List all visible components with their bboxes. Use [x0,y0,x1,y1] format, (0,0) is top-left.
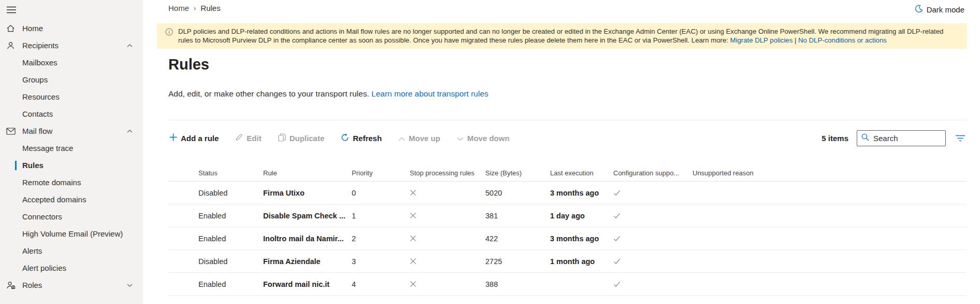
sidebar-item-recipients[interactable]: Recipients [0,37,143,54]
rule-last-execution: 3 months ago [550,189,613,197]
chevron-up-icon [127,129,133,133]
search-input[interactable] [873,134,935,143]
x-mark-icon [410,281,485,287]
rule-size: 388 [485,280,550,288]
breadcrumb-current: Rules [200,4,220,12]
column-header-rule[interactable]: Rule [263,169,352,177]
x-mark-icon [410,235,485,242]
duplicate-button[interactable]: Duplicate [277,131,326,145]
x-mark-icon [410,189,485,196]
column-header-size[interactable]: Size (Bytes) [485,169,550,177]
check-mark-icon [613,281,693,287]
column-header-priority[interactable]: Priority [352,169,410,177]
add-a-rule-button[interactable]: Add a rule [168,131,220,145]
chevron-up-icon [127,44,133,47]
column-header-unsupported-reason[interactable]: Unsupported reason [693,169,967,177]
table-header-row: Status Rule Priority Stop processing rul… [168,165,967,182]
rule-status: Disabled [198,257,263,266]
rule-name[interactable]: Firma Aziendale [263,257,352,266]
x-mark-icon [410,258,485,265]
banner-link-migrate-dlp[interactable]: Migrate DLP policies [730,36,793,44]
sidebar-item-home[interactable]: Home [0,20,143,37]
check-mark-icon [613,213,693,219]
dlp-warning-banner: DLP policies and DLP-related conditions … [157,23,967,49]
table-row[interactable]: Disabled Firma Aziendale 3 2725 1 month … [168,250,967,273]
column-header-status[interactable]: Status [198,169,263,177]
content-divider [168,120,967,120]
rule-status: Disabled [198,189,263,197]
filter-icon[interactable] [954,134,967,143]
sidebar-item-message-trace[interactable]: Message trace [0,140,143,157]
items-count: 5 items [822,134,848,143]
rule-priority: 1 [352,212,410,220]
sidebar-item-high-volume-email[interactable]: High Volume Email (Preview) [0,225,143,242]
rule-size: 5020 [485,189,550,197]
search-box[interactable] [857,130,946,146]
sidebar-item-accepted-domains[interactable]: Accepted domains [0,191,143,208]
sidebar-item-contacts[interactable]: Contacts [0,105,143,122]
hamburger-menu-icon[interactable] [0,0,143,20]
rule-status: Enabled [198,280,263,288]
edit-button[interactable]: Edit [234,131,262,145]
rule-priority: 0 [352,189,410,197]
check-mark-icon [613,190,693,196]
toolbar-right: 5 items [822,130,967,146]
table-row[interactable]: Enabled Disable Spam Check ... 1 381 1 d… [168,204,967,227]
roles-person-badge-icon [6,281,16,289]
dark-mode-toggle[interactable]: Dark mode [915,5,964,15]
check-mark-icon [613,258,693,265]
rule-name[interactable]: Disable Spam Check ... [263,212,352,220]
sidebar-item-roles[interactable]: Roles [0,277,143,294]
table-row[interactable]: Enabled Forward mail nic.it 4 388 [168,273,967,296]
move-up-button[interactable]: Move up [397,132,441,145]
sidebar-item-mail-flow[interactable]: Mail flow [0,122,143,140]
x-mark-icon [410,212,485,219]
sidebar-item-alerts[interactable]: Alerts [0,242,143,259]
sidebar: Home Recipients Mailboxes Groups Resourc… [0,0,143,304]
sidebar-item-remote-domains[interactable]: Remote domains [0,174,143,191]
rule-size: 2725 [485,257,550,266]
sidebar-item-connectors[interactable]: Connectors [0,208,143,225]
rule-last-execution: 1 day ago [550,212,613,220]
copy-icon [278,133,286,143]
banner-link-no-dlp-conditions[interactable]: No DLP-conditions or actions [798,36,887,44]
refresh-button[interactable]: Refresh [340,131,383,145]
info-icon [165,28,173,45]
column-header-stop-processing[interactable]: Stop processing rules [410,169,485,177]
breadcrumb-separator: › [194,4,196,12]
table-row[interactable]: Enabled Inoltro mail da Namir... 2 422 3… [168,227,967,250]
refresh-icon [341,133,349,143]
check-mark-icon [613,236,693,242]
rule-status: Enabled [198,234,263,243]
column-header-last-execution[interactable]: Last execution [550,169,613,177]
sidebar-item-mailboxes[interactable]: Mailboxes [0,54,143,71]
home-icon [6,24,15,33]
sidebar-item-resources[interactable]: Resources [0,88,143,105]
rule-size: 422 [485,234,550,243]
rule-name[interactable]: Forward mail nic.it [263,280,352,288]
chevron-down-icon [457,134,464,143]
rule-status: Enabled [198,212,263,220]
mail-icon [6,128,16,135]
move-down-button[interactable]: Move down [456,132,511,145]
sidebar-item-rules[interactable]: Rules [0,157,143,174]
table-row[interactable]: Disabled Firma Utixo 0 5020 3 months ago [168,182,967,204]
rule-priority: 4 [352,280,410,288]
rule-size: 381 [485,212,550,220]
breadcrumb: Home › Rules [168,4,221,12]
sidebar-item-groups[interactable]: Groups [0,71,143,88]
page-subtitle: Add, edit, or make other changes to your… [168,89,488,99]
person-icon [6,41,15,50]
banner-text: DLP policies and DLP-related conditions … [178,27,959,45]
rule-priority: 2 [352,234,410,243]
rule-name[interactable]: Inoltro mail da Namir... [263,234,352,243]
column-header-configuration-supported[interactable]: Configuration suppo... [613,169,693,177]
dark-mode-label: Dark mode [927,5,964,14]
learn-more-transport-rules-link[interactable]: Learn more about transport rules [371,89,488,98]
pencil-icon [235,133,243,143]
breadcrumb-home[interactable]: Home [168,4,189,12]
rule-name[interactable]: Firma Utixo [263,189,352,197]
moon-icon [915,5,923,15]
chevron-down-icon [127,283,133,287]
sidebar-item-alert-policies[interactable]: Alert policies [0,259,143,277]
